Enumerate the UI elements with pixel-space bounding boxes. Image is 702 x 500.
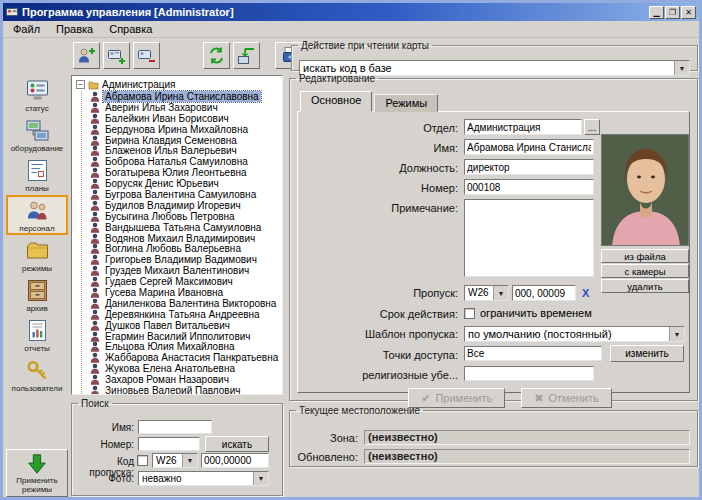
access-change-button[interactable]: изменить: [610, 345, 684, 362]
number-field[interactable]: [464, 179, 594, 195]
search-number-label: Номер:: [74, 439, 134, 450]
search-button[interactable]: искать: [205, 436, 269, 452]
chevron-down-icon[interactable]: ▼: [669, 327, 684, 341]
tree-item-label: Бугрова Валентина Самуиловна: [103, 189, 258, 200]
toolbar-remove-card-button[interactable]: [133, 42, 160, 69]
sidebar-item-modes[interactable]: режимы: [6, 235, 68, 275]
maximize-button[interactable]: ❐: [665, 6, 680, 19]
employee-photo: [601, 134, 689, 246]
toolbar-refresh-button[interactable]: [203, 42, 230, 69]
tree-item[interactable]: Гудаев Сергей Максимович: [82, 276, 282, 287]
toolbar-add-card-button[interactable]: [103, 42, 130, 69]
tree-item[interactable]: Душков Павел Витальевич: [82, 320, 282, 331]
tree-item[interactable]: Жаббарова Анастасия Панкратьевна: [82, 352, 282, 363]
sidebar-item-users[interactable]: пользователи: [6, 355, 68, 395]
tree-item-label: Жукова Елена Анатольевна: [103, 363, 237, 374]
apply-modes-button[interactable]: Применить режимы: [6, 449, 68, 497]
sidebar-item-personnel[interactable]: персонал: [6, 195, 68, 235]
pass-type-select[interactable]: W26 ▼: [464, 285, 509, 301]
tree-collapse-handle[interactable]: −: [76, 80, 85, 89]
tree-item[interactable]: Бирина Клавдия Семеновна: [82, 135, 282, 146]
search-photo-value: неважно: [139, 472, 253, 485]
tree-item[interactable]: Даниленкова Валентина Викторовна: [82, 298, 282, 309]
search-passcode-input[interactable]: [201, 453, 269, 468]
tree-item-label: Абрамова Ирина Станиславовна: [103, 91, 261, 102]
sidebar-item-label: оборудование: [11, 144, 64, 153]
department-field[interactable]: [464, 119, 582, 135]
tree-item[interactable]: Водянов Михаил Владимирович: [82, 233, 282, 244]
tree-item[interactable]: Борусяк Денис Юрьевич: [82, 178, 282, 189]
tree-item[interactable]: Балейкин Иван Борисович: [82, 113, 282, 124]
updated-label: Обновлено:: [294, 450, 358, 465]
validity-option-label[interactable]: ограничить временем: [480, 307, 592, 319]
tree-item-label: Воглина Любовь Валерьевна: [103, 243, 243, 254]
chevron-down-icon[interactable]: ▼: [182, 454, 197, 467]
person-icon: [90, 200, 100, 211]
tree-item[interactable]: Деревянкина Татьяна Андреевна: [82, 309, 282, 320]
pass-template-select[interactable]: по умолчанию (постоянный) ▼: [464, 326, 685, 342]
menu-file[interactable]: Файл: [5, 22, 48, 36]
note-field[interactable]: [464, 199, 594, 277]
tree-item[interactable]: Бусыгина Любовь Петровна: [82, 211, 282, 222]
search-photo-select[interactable]: неважно ▼: [138, 471, 269, 486]
tree-item[interactable]: Бугрова Валентина Самуиловна: [82, 189, 282, 200]
search-number-input[interactable]: [138, 437, 200, 451]
validity-checkbox[interactable]: [464, 308, 475, 319]
tree-item[interactable]: Егармин Василий Ипполитович: [82, 331, 282, 342]
tree-item-label: Аверин Илья Захарович: [103, 102, 220, 113]
photo-from-camera-button[interactable]: с камеры: [601, 264, 689, 278]
photo-delete-button[interactable]: удалить: [601, 279, 689, 293]
tree-item[interactable]: Блаженов Илья Валерьевич: [82, 145, 282, 156]
person-icon: [90, 265, 100, 276]
menu-help[interactable]: Справка: [101, 22, 160, 36]
minimize-button[interactable]: ▁: [649, 6, 664, 19]
tree-item[interactable]: Гусева Марина Ивановна: [82, 287, 282, 298]
apply-icon: ✔: [421, 392, 430, 405]
chevron-down-icon[interactable]: ▼: [253, 472, 268, 485]
search-passcode-checkbox[interactable]: [137, 455, 148, 466]
menu-edit[interactable]: Правка: [48, 22, 101, 36]
sidebar-item-label: отчеты: [24, 344, 50, 353]
access-points-field[interactable]: [464, 346, 602, 361]
tree-item[interactable]: Абрамова Ирина Станиславовна: [82, 91, 282, 102]
tree-item[interactable]: Жукова Елена Анатольевна: [82, 363, 282, 374]
chevron-down-icon[interactable]: ▼: [493, 286, 508, 300]
name-field[interactable]: [464, 139, 594, 155]
person-icon: [90, 211, 100, 222]
search-name-input[interactable]: [138, 420, 212, 434]
tree-item[interactable]: Бердунова Ирина Михайловна: [82, 124, 282, 135]
tab-modes[interactable]: Режимы: [374, 94, 438, 112]
tree-item[interactable]: Груздев Михаил Валентинович: [82, 265, 282, 276]
tab-main[interactable]: Основное: [300, 91, 372, 112]
sidebar-item-equipment[interactable]: оборудование: [6, 115, 68, 155]
tree-item[interactable]: Зиновьев Валерий Павлович: [82, 385, 282, 395]
cancel-icon: ✖: [534, 392, 543, 405]
tree-item-label: Гудаев Сергей Максимович: [103, 276, 235, 287]
department-browse-button[interactable]: ...: [584, 119, 600, 135]
tree-root[interactable]: − Администрация: [75, 78, 282, 91]
tree-item[interactable]: Боброва Наталья Самуиловна: [82, 156, 282, 167]
tree-item[interactable]: Воглина Любовь Валерьевна: [82, 243, 282, 254]
pass-clear-button[interactable]: X: [582, 287, 589, 299]
sidebar-item-plans[interactable]: планы: [6, 155, 68, 195]
tree-item[interactable]: Захаров Роман Назарович: [82, 374, 282, 385]
search-passcode-type-select[interactable]: W26 ▼: [152, 453, 198, 468]
person-icon: [90, 145, 100, 156]
toolbar-write-to-devices-button[interactable]: [233, 42, 260, 69]
tree-item[interactable]: Будилов Владимир Игоревич: [82, 200, 282, 211]
tree-item-label: Будилов Владимир Игоревич: [103, 200, 243, 211]
tree-item[interactable]: Ельцова Юлия Михайловна: [82, 341, 282, 352]
sidebar-item-status[interactable]: статус: [6, 75, 68, 115]
pass-code-field[interactable]: [512, 285, 576, 301]
position-field[interactable]: [464, 159, 594, 175]
tree-item[interactable]: Вандышева Татьяна Самуиловна: [82, 222, 282, 233]
close-button[interactable]: ✕: [681, 6, 696, 19]
photo-from-file-button[interactable]: из файла: [601, 249, 689, 263]
custom-field[interactable]: [464, 366, 594, 381]
sidebar-item-archive[interactable]: архив: [6, 275, 68, 315]
tree-item[interactable]: Аверин Илья Захарович: [82, 102, 282, 113]
toolbar-add-person-button[interactable]: [73, 42, 100, 69]
tree-item[interactable]: Богатырева Юлия Леонтьевна: [82, 167, 282, 178]
tree-item[interactable]: Григорьев Владимир Вадимович: [82, 254, 282, 265]
sidebar-item-reports[interactable]: отчеты: [6, 315, 68, 355]
